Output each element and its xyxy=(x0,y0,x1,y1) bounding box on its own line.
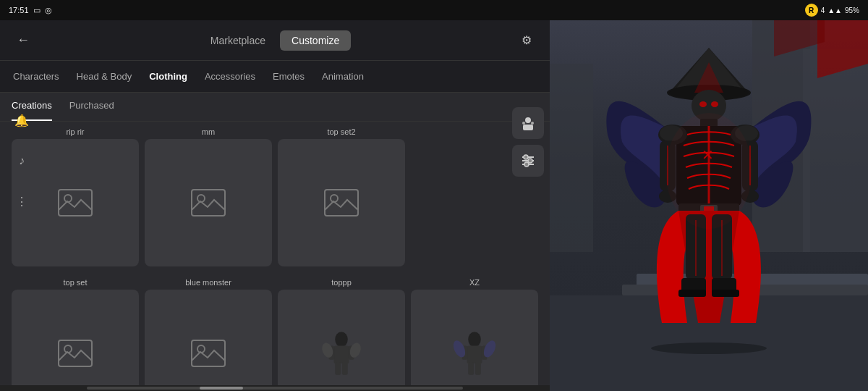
toppp-character xyxy=(316,328,367,379)
placeholder-img-icon xyxy=(57,188,93,217)
scroll-bar[interactable] xyxy=(0,385,550,391)
category-tabs: Characters Head & Body Clothing Accessor… xyxy=(0,61,550,93)
signal-icon: ◎ xyxy=(45,6,52,15)
svg-point-77 xyxy=(665,113,752,229)
cat-clothing[interactable]: Clothing xyxy=(142,67,195,86)
placeholder-img-icon3 xyxy=(323,188,359,217)
status-left: 17:51 ▭ ◎ xyxy=(9,6,52,15)
svg-point-26 xyxy=(525,117,531,123)
svg-rect-14 xyxy=(335,362,341,375)
header-tabs: Marketplace Customize xyxy=(46,30,503,51)
label-xz: XZ xyxy=(411,278,538,287)
robux-count: 4 xyxy=(821,7,825,14)
robux-badge: R xyxy=(805,4,818,17)
svg-point-50 xyxy=(699,101,707,107)
placeholder-img-icon5 xyxy=(190,339,226,368)
svg-point-29 xyxy=(531,122,534,125)
svg-point-1 xyxy=(64,195,72,202)
music-icon[interactable]: ♪ xyxy=(9,148,35,174)
svg-rect-22 xyxy=(468,362,474,375)
character-view-button[interactable] xyxy=(512,107,544,139)
row1-labels: rip rir mm top set2 xyxy=(0,122,550,139)
item-mm[interactable] xyxy=(145,139,272,266)
character-svg: ✕ xyxy=(600,41,817,345)
svg-rect-15 xyxy=(342,362,348,375)
cat-animation[interactable]: Animation xyxy=(315,67,371,86)
svg-point-18 xyxy=(468,332,481,347)
svg-point-51 xyxy=(711,101,718,107)
tab-marketplace[interactable]: Marketplace xyxy=(199,30,277,51)
item-top-set[interactable]: 🙂 xyxy=(12,290,139,385)
gear-icon: ⚙ xyxy=(522,33,532,47)
xz-character xyxy=(449,328,500,379)
sliders-button[interactable] xyxy=(512,145,544,177)
status-bar: 17:51 ▭ ◎ R 4 ▲▲ 95% xyxy=(0,0,868,20)
svg-point-78 xyxy=(651,342,767,354)
cat-characters[interactable]: Characters xyxy=(6,67,67,86)
svg-rect-4 xyxy=(325,190,358,216)
row2-labels: top set blue monster toppp XZ xyxy=(0,272,550,290)
back-icon: ← xyxy=(17,33,30,48)
svg-point-31 xyxy=(524,155,528,159)
svg-rect-0 xyxy=(59,190,92,216)
svg-rect-6 xyxy=(59,340,92,366)
scroll-track xyxy=(87,387,463,390)
status-right: R 4 ▲▲ 95% xyxy=(805,4,859,17)
svg-rect-2 xyxy=(192,190,225,216)
items-grid-row2: 🙂 xyxy=(0,290,550,385)
svg-rect-76 xyxy=(712,290,739,297)
label-mm: mm xyxy=(145,127,272,136)
item-toppp[interactable] xyxy=(278,290,405,385)
label-top-set: top set xyxy=(12,278,139,287)
items-area: rip rir mm top set2 xyxy=(0,122,550,385)
svg-rect-8 xyxy=(192,340,225,366)
robux-icon: R xyxy=(809,7,814,14)
cat-head-body[interactable]: Head & Body xyxy=(69,67,140,86)
cat-accessories[interactable]: Accessories xyxy=(197,67,263,86)
character-shadow xyxy=(637,337,781,359)
time: 17:51 xyxy=(9,6,29,14)
header: ← Marketplace Customize ⚙ xyxy=(0,20,550,61)
main-container: 🔔 ♪ ⋮ ← Marketplace Customize ⚙ xyxy=(0,20,868,391)
sidebar-icons: 🔔 ♪ ⋮ xyxy=(0,93,43,214)
cat-emotes[interactable]: Emotes xyxy=(265,67,312,86)
placeholder-img-icon2 xyxy=(190,188,226,217)
svg-point-3 xyxy=(197,195,205,202)
wifi-icon: ▲▲ xyxy=(827,7,842,14)
svg-point-9 xyxy=(197,345,205,353)
label-toppp: toppp xyxy=(278,278,405,287)
svg-point-33 xyxy=(528,159,532,163)
left-panel: 🔔 ♪ ⋮ ← Marketplace Customize ⚙ xyxy=(0,20,550,391)
label-blue-monster: blue monster xyxy=(145,278,272,287)
placeholder-img-icon4 xyxy=(57,339,93,368)
items-grid-row1 xyxy=(0,139,550,272)
sub-tabs: Creations Purchased xyxy=(0,93,550,122)
tab-customize[interactable]: Customize xyxy=(280,30,351,51)
item-top-set2[interactable] xyxy=(278,139,405,266)
svg-rect-11 xyxy=(333,345,349,363)
svg-point-28 xyxy=(522,122,525,125)
scroll-thumb xyxy=(200,387,243,390)
svg-point-35 xyxy=(524,162,529,167)
svg-rect-19 xyxy=(467,345,482,363)
svg-rect-27 xyxy=(523,125,533,130)
right-buttons xyxy=(512,107,544,177)
right-panel: ✕ xyxy=(550,20,868,391)
label-top-set2: top set2 xyxy=(278,127,405,136)
battery: 95% xyxy=(845,7,859,14)
svg-point-7 xyxy=(64,345,72,353)
svg-rect-74 xyxy=(678,290,706,297)
item-xz[interactable] xyxy=(411,290,538,385)
svg-point-5 xyxy=(331,195,338,202)
subtab-purchased[interactable]: Purchased xyxy=(69,93,114,121)
svg-rect-38 xyxy=(550,64,593,252)
settings-button[interactable]: ⚙ xyxy=(515,29,538,52)
back-button[interactable]: ← xyxy=(12,29,35,52)
character-display: ✕ xyxy=(600,41,817,348)
bell-icon[interactable]: 🔔 xyxy=(9,107,35,133)
screen-icon: ▭ xyxy=(33,6,41,15)
svg-point-10 xyxy=(335,332,348,347)
item-blue-monster[interactable] xyxy=(145,290,272,385)
svg-rect-23 xyxy=(475,362,481,375)
more-icon[interactable]: ⋮ xyxy=(9,188,35,214)
